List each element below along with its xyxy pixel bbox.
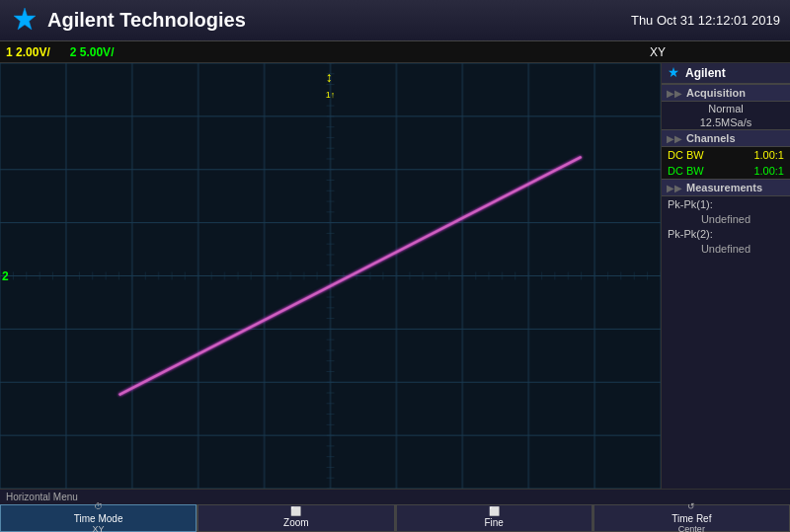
ch2-settings-row: DC BW 1.00:1: [662, 163, 790, 179]
app-title: Agilent Technologies: [47, 9, 246, 32]
ch1-ratio: 1.00:1: [753, 149, 784, 161]
acq-rate: 12.5MSa/s: [662, 115, 790, 129]
time-mode-icon: ⏱: [94, 502, 103, 512]
channels-label: Channels: [686, 132, 736, 144]
panel-brand-text: Agilent: [685, 66, 726, 80]
time-ref-sub: Center: [678, 525, 705, 533]
channel-bar: 1 2.00V/ 2 5.00V/ XY: [0, 41, 790, 63]
header-datetime: Thu Oct 31 12:12:01 2019: [631, 13, 780, 28]
svg-marker-1: [669, 67, 678, 77]
acquisition-section-header: ▶▶ Acquisition: [662, 84, 790, 102]
agilent-logo-icon: [10, 6, 40, 36]
ch2-dc-label: DC BW: [668, 165, 704, 177]
acquisition-label: Acquisition: [686, 87, 746, 99]
pk-pk-1-row: Pk-Pk(1):: [662, 196, 790, 212]
zoom-icon: ⬜: [290, 507, 301, 517]
ch1-settings-row: DC BW 1.00:1: [662, 147, 790, 163]
ch1-indicator: 1 2.00V/: [6, 45, 50, 59]
panel-logo-icon: [667, 66, 680, 80]
bottom-bar: Horizontal Menu ⏱ Time Mode XY ⬜ Zoom ⬜ …: [0, 489, 790, 532]
header-logo: Agilent Technologies: [10, 6, 246, 36]
ch2-indicator: 2 5.00V/: [70, 45, 115, 59]
time-mode-label: Time Mode: [74, 513, 123, 524]
measurements-label: Measurements: [686, 182, 762, 193]
time-mode-button[interactable]: ⏱ Time Mode XY: [0, 504, 197, 532]
grid-canvas: [0, 63, 661, 489]
ch1-dc-label: DC BW: [668, 149, 704, 161]
acq-mode: Normal: [662, 102, 790, 115]
svg-marker-0: [14, 8, 36, 30]
scope-display: 2 ↕1↑: [0, 63, 662, 489]
time-mode-sub: XY: [93, 525, 105, 533]
main-area: 2 ↕1↑ Agilent ▶▶ Acquisition Normal 12.5…: [0, 63, 790, 489]
right-panel: Agilent ▶▶ Acquisition Normal 12.5MSa/s …: [662, 63, 790, 489]
ch2-ratio: 1.00:1: [753, 165, 784, 177]
fine-button[interactable]: ⬜ Fine: [396, 504, 592, 532]
channels-section-header: ▶▶ Channels: [662, 129, 790, 147]
panel-brand-header: Agilent: [662, 63, 790, 84]
ch2-ground-marker: 2: [2, 269, 9, 283]
pk-pk-2-label: Pk-Pk(2):: [668, 228, 713, 240]
pk-pk-2-row: Pk-Pk(2):: [662, 226, 790, 242]
header: Agilent Technologies Thu Oct 31 12:12:01…: [0, 0, 790, 41]
toolbar: ⏱ Time Mode XY ⬜ Zoom ⬜ Fine ↺ Time Ref …: [0, 504, 790, 532]
pk-pk-2-value: Undefined: [662, 242, 790, 256]
time-ref-icon: ↺: [687, 502, 695, 512]
time-ref-label: Time Ref: [672, 513, 711, 524]
time-ref-button[interactable]: ↺ Time Ref Center: [593, 504, 790, 532]
pk-pk-1-label: Pk-Pk(1):: [668, 198, 713, 210]
zoom-button[interactable]: ⬜ Zoom: [198, 504, 394, 532]
fine-label: Fine: [484, 517, 503, 528]
xy-label: XY: [650, 45, 784, 59]
fine-icon: ⬜: [489, 507, 500, 517]
pk-pk-1-value: Undefined: [662, 212, 790, 226]
menu-label: Horizontal Menu: [0, 490, 790, 504]
zoom-label: Zoom: [283, 517, 309, 528]
measurements-section-header: ▶▶ Measurements: [662, 179, 790, 196]
trigger-marker: ↕1↑: [326, 69, 336, 101]
